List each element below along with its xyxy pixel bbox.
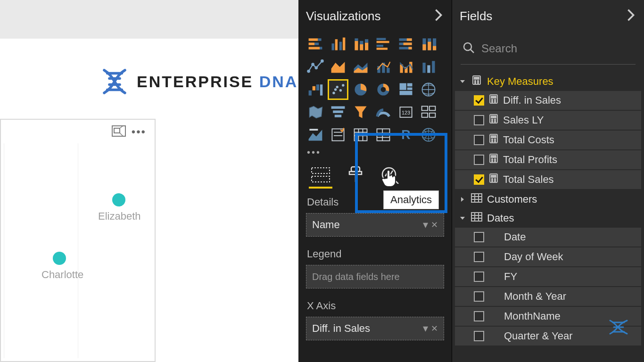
- svg-rect-93: [312, 176, 330, 182]
- svg-rect-20: [365, 42, 368, 50]
- field-day-of-week[interactable]: Day of Week: [455, 247, 641, 266]
- xaxis-well[interactable]: Diff. in Sales ▾ ✕: [306, 317, 444, 340]
- data-point-elizabeth[interactable]: [112, 193, 125, 206]
- viz-line-column-icon[interactable]: [374, 58, 393, 76]
- svg-point-100: [475, 81, 476, 82]
- field-checkbox[interactable]: [474, 174, 484, 185]
- field-checkbox[interactable]: [474, 272, 484, 282]
- xaxis-label: X Axis: [298, 290, 452, 317]
- table-key-measures[interactable]: Key Measures: [455, 72, 641, 91]
- viz-donut-icon[interactable]: [374, 80, 393, 99]
- more-options-icon[interactable]: •••: [132, 130, 146, 134]
- viz-scatter-icon[interactable]: [329, 80, 347, 99]
- svg-rect-23: [377, 41, 389, 43]
- field-fy[interactable]: FY: [455, 267, 641, 286]
- viz-waterfall-icon[interactable]: [306, 80, 325, 99]
- format-tab[interactable]: [344, 163, 367, 187]
- svg-rect-111: [491, 116, 496, 118]
- field-label: FY: [504, 271, 517, 283]
- viz-pie-icon[interactable]: [351, 80, 370, 99]
- field-total-profits[interactable]: Total Profits: [455, 150, 641, 169]
- viz-clustered-column-icon[interactable]: [329, 35, 347, 54]
- field-checkbox[interactable]: [474, 155, 484, 165]
- table-customers[interactable]: Customers: [455, 190, 641, 209]
- table-dates[interactable]: Dates: [455, 209, 641, 228]
- field-sales-ly[interactable]: Sales LY: [455, 111, 641, 130]
- scatter-visual[interactable]: ••• Elizabeth Charlotte: [0, 119, 156, 362]
- viz-stacked-bar-icon[interactable]: [306, 35, 325, 54]
- more-visuals-icon[interactable]: •••: [306, 148, 438, 155]
- analytics-tab[interactable]: [379, 163, 402, 187]
- collapse-icon[interactable]: [434, 8, 443, 24]
- svg-point-39: [312, 63, 314, 66]
- collapse-icon[interactable]: [626, 8, 636, 24]
- field-month-year[interactable]: Month & Year: [455, 287, 641, 306]
- viz-100-stacked-bar-icon[interactable]: [396, 35, 415, 54]
- viz-funnel-alt-icon[interactable]: [329, 103, 347, 122]
- viz-matrix-icon[interactable]: [374, 125, 393, 144]
- svg-point-126: [492, 161, 493, 162]
- field-checkbox[interactable]: [474, 135, 484, 145]
- svg-rect-68: [331, 106, 345, 108]
- chevron-down-icon[interactable]: [459, 78, 466, 85]
- field-checkbox[interactable]: [474, 311, 484, 321]
- field-checkbox[interactable]: [474, 252, 484, 262]
- viz-line-icon[interactable]: [306, 58, 325, 76]
- svg-rect-11: [320, 47, 322, 49]
- viz-100-stacked-column-icon[interactable]: [419, 35, 438, 54]
- svg-point-124: [492, 159, 493, 160]
- viz-map-icon[interactable]: [419, 80, 438, 99]
- viz-stacked-area-icon[interactable]: [351, 58, 370, 76]
- field-checkbox[interactable]: [474, 95, 484, 106]
- viz-stacked-column-icon[interactable]: [351, 35, 370, 54]
- chevron-right-icon[interactable]: [459, 196, 466, 203]
- viz-arc-gis-icon[interactable]: [419, 125, 438, 144]
- svg-rect-75: [422, 113, 428, 117]
- svg-rect-13: [335, 39, 338, 50]
- field-diff-in-sales[interactable]: Diff. in Sales: [455, 91, 641, 110]
- fields-tab[interactable]: [309, 163, 332, 187]
- viz-clustered-bar-icon[interactable]: [374, 35, 393, 54]
- legend-well[interactable]: Drag data fields here: [306, 265, 444, 288]
- viz-slicer-icon[interactable]: [329, 125, 347, 144]
- field-total-costs[interactable]: Total Costs: [455, 131, 641, 149]
- field-checkbox[interactable]: [474, 115, 484, 125]
- visualizations-pane: Visualizations 123R••• Analytics Details: [298, 0, 452, 362]
- remove-field-icon[interactable]: ✕: [431, 323, 438, 334]
- svg-rect-53: [316, 84, 319, 90]
- chevron-down-icon[interactable]: ▾: [423, 219, 428, 231]
- viz-area-icon[interactable]: [329, 58, 347, 76]
- remove-field-icon[interactable]: ✕: [431, 220, 438, 230]
- field-date[interactable]: Date: [455, 228, 641, 247]
- focus-mode-icon[interactable]: [112, 125, 126, 139]
- viz-funnel-icon[interactable]: [351, 103, 370, 122]
- chevron-down-icon[interactable]: [459, 215, 466, 222]
- fields-search[interactable]: [461, 38, 636, 65]
- data-point-charlotte[interactable]: [53, 252, 66, 265]
- table-icon: [471, 212, 482, 224]
- viz-ribbon-icon[interactable]: [419, 58, 438, 76]
- well-field: Diff. in Sales: [312, 322, 370, 335]
- viz-treemap-icon[interactable]: [396, 80, 415, 99]
- svg-point-113: [495, 119, 496, 121]
- viz-multi-card-icon[interactable]: [419, 103, 438, 122]
- chevron-down-icon[interactable]: ▾: [423, 322, 428, 335]
- details-well[interactable]: Name ▾ ✕: [306, 213, 444, 237]
- svg-rect-134: [471, 194, 482, 202]
- field-total-sales[interactable]: Total Sales: [455, 170, 641, 189]
- viz-kpi-icon[interactable]: [306, 125, 325, 144]
- viz-r-visual-icon[interactable]: R: [396, 125, 415, 144]
- viz-gauge-icon[interactable]: [374, 103, 393, 122]
- search-input[interactable]: [481, 42, 634, 55]
- svg-rect-81: [355, 129, 367, 140]
- viz-table-icon[interactable]: [351, 125, 370, 144]
- field-checkbox[interactable]: [474, 291, 484, 302]
- viz-filled-map-icon[interactable]: [306, 103, 325, 122]
- calculator-icon: [489, 94, 498, 107]
- field-checkbox[interactable]: [474, 232, 484, 242]
- field-checkbox[interactable]: [474, 331, 484, 341]
- report-canvas[interactable]: ENTERPRISE DNA ••• Elizabeth Charlotte: [0, 0, 298, 362]
- viz-line-column2-icon[interactable]: [396, 58, 415, 76]
- viz-card-icon[interactable]: 123: [396, 103, 415, 122]
- svg-text:R: R: [401, 128, 411, 142]
